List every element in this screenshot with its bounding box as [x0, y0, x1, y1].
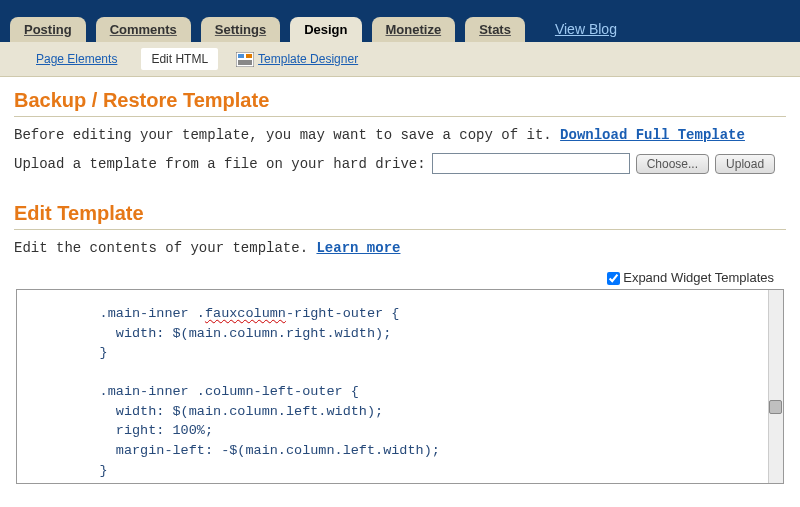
- download-template-link[interactable]: Download Full Template: [560, 127, 745, 143]
- sub-tab-bar: Page Elements Edit HTML Template Designe…: [0, 42, 800, 77]
- upload-label: Upload a template from a file on your ha…: [14, 156, 426, 172]
- template-code-editor[interactable]: .main-inner .fauxcolumn-right-outer { wi…: [16, 289, 784, 484]
- svg-rect-1: [238, 54, 244, 58]
- tab-monetize[interactable]: Monetize: [372, 17, 456, 42]
- upload-button[interactable]: Upload: [715, 154, 775, 174]
- backup-heading: Backup / Restore Template: [14, 89, 786, 117]
- tab-comments[interactable]: Comments: [96, 17, 191, 42]
- edit-intro-text: Edit the contents of your template.: [14, 240, 316, 256]
- template-designer-item[interactable]: Template Designer: [236, 51, 358, 67]
- expand-templates-text: Expand Widget Templates: [620, 270, 774, 285]
- svg-rect-3: [238, 60, 252, 65]
- view-blog-link[interactable]: View Blog: [555, 21, 617, 42]
- main-tab-bar: Posting Comments Settings Design Monetiz…: [0, 16, 800, 42]
- scrollbar-thumb[interactable]: [769, 400, 782, 414]
- expand-templates-checkbox[interactable]: [607, 272, 620, 285]
- learn-more-link[interactable]: Learn more: [316, 240, 400, 256]
- scrollbar[interactable]: [768, 290, 783, 483]
- svg-rect-2: [246, 54, 252, 58]
- subtab-template-designer[interactable]: Template Designer: [258, 52, 358, 66]
- subtab-edit-html[interactable]: Edit HTML: [141, 48, 218, 70]
- tab-design[interactable]: Design: [290, 17, 361, 42]
- template-code-content[interactable]: .main-inner .fauxcolumn-right-outer { wi…: [17, 290, 783, 484]
- choose-button[interactable]: Choose...: [636, 154, 709, 174]
- tab-stats[interactable]: Stats: [465, 17, 525, 42]
- tab-posting[interactable]: Posting: [10, 17, 86, 42]
- template-designer-icon: [236, 52, 254, 67]
- tab-settings[interactable]: Settings: [201, 17, 280, 42]
- edit-heading: Edit Template: [14, 202, 786, 230]
- expand-templates-label[interactable]: Expand Widget Templates: [607, 270, 774, 285]
- subtab-page-elements[interactable]: Page Elements: [30, 48, 123, 70]
- backup-intro-text: Before editing your template, you may wa…: [14, 127, 560, 143]
- upload-path-input[interactable]: [432, 153, 630, 174]
